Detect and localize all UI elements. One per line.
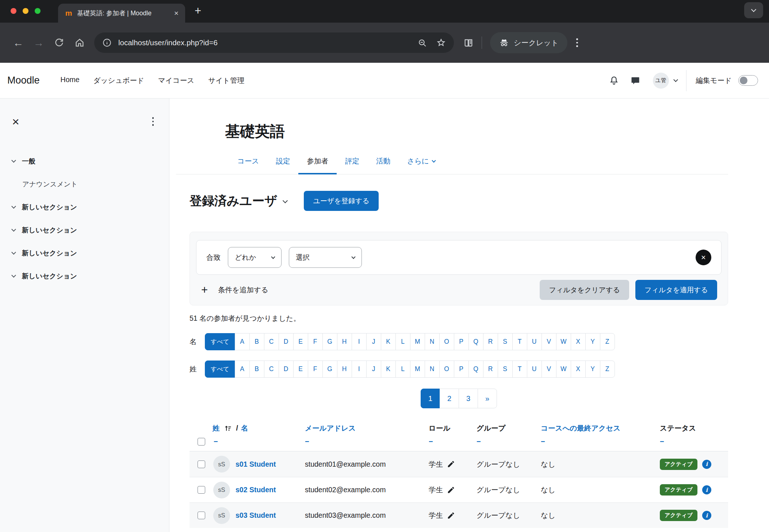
letter-button-O[interactable]: O [439,333,454,350]
letter-button-D[interactable]: D [279,333,294,350]
nav-item[interactable]: ダッシュボード [93,76,144,85]
letter-button-P[interactable]: P [454,333,469,350]
course-index-item[interactable]: アナウンスメント [12,173,155,196]
edit-mode-toggle[interactable] [738,75,758,86]
site-info-icon[interactable] [102,38,112,47]
letter-button-F[interactable]: F [308,333,323,350]
letter-button-Y[interactable]: Y [585,361,600,378]
letter-button-S[interactable]: S [498,333,513,350]
browser-tab[interactable]: m 基礎英語: 参加者 | Moodle × [58,4,185,23]
user-menu-chevron-icon[interactable] [673,77,678,82]
letter-button-H[interactable]: H [337,333,352,350]
letter-button-G[interactable]: G [322,333,337,350]
letter-all-button[interactable]: すべて [205,361,235,378]
collapse-roles-link[interactable]: − [429,437,433,446]
letter-button-Z[interactable]: Z [600,333,615,350]
apply-filters-button[interactable]: フィルタを適用する [635,280,717,300]
course-index-section[interactable]: 新しいセクション [12,242,155,265]
letter-button-X[interactable]: X [571,361,586,378]
letter-button-N[interactable]: N [425,361,440,378]
letter-button-E[interactable]: E [293,333,308,350]
letter-button-O[interactable]: O [439,361,454,378]
pagination-next-button[interactable]: » [478,389,497,408]
letter-button-Q[interactable]: Q [468,333,483,350]
address-bar[interactable]: localhost/user/index.php?id=6 [94,32,454,53]
letter-button-Q[interactable]: Q [468,361,483,378]
letter-button-N[interactable]: N [425,333,440,350]
letter-button-I[interactable]: I [352,333,367,350]
browser-menu-button[interactable] [576,38,578,47]
letter-button-Z[interactable]: Z [600,361,615,378]
letter-button-Y[interactable]: Y [585,333,600,350]
notifications-button[interactable] [609,75,619,86]
forward-button[interactable]: → [28,37,49,49]
reload-button[interactable] [49,38,69,48]
new-tab-button[interactable]: + [195,4,201,18]
letter-button-I[interactable]: I [352,361,367,378]
plus-icon[interactable]: + [201,284,208,297]
letter-button-E[interactable]: E [293,361,308,378]
row-checkbox[interactable] [198,512,205,519]
tab-search-button[interactable] [744,2,763,18]
letter-button-K[interactable]: K [381,361,396,378]
pagination-page-3[interactable]: 3 [459,389,478,408]
letter-button-P[interactable]: P [454,361,469,378]
pagination-page-1[interactable]: 1 [421,389,440,408]
tab-close-icon[interactable]: × [174,9,179,18]
collapse-last-access-link[interactable]: − [541,437,545,446]
letter-button-J[interactable]: J [366,333,381,350]
collapse-status-link[interactable]: − [660,437,664,446]
edit-role-pencil-icon[interactable] [447,486,455,494]
sort-email-link[interactable]: メールアドレス [305,424,356,432]
letter-button-R[interactable]: R [483,361,498,378]
collapse-groups-link[interactable]: − [477,437,481,446]
bookmark-star-icon[interactable] [436,38,446,47]
clear-filters-button[interactable]: フィルタをクリアする [540,280,629,300]
traffic-light-zoom[interactable] [35,8,41,14]
letter-button-T[interactable]: T [512,361,527,378]
filter-criteria-select[interactable]: 選択 [289,247,362,268]
letter-button-B[interactable]: B [249,333,264,350]
remove-filter-row-button[interactable]: × [696,250,711,265]
tab-コース[interactable]: コース [229,156,267,174]
select-all-checkbox[interactable] [198,438,205,446]
course-index-section[interactable]: 新しいセクション [12,219,155,242]
nav-item[interactable]: マイコース [158,76,194,85]
tab-活動[interactable]: 活動 [368,156,399,174]
tab-参加者[interactable]: 参加者 [298,156,337,174]
row-checkbox[interactable] [198,460,205,468]
enrolment-info-icon[interactable]: i [702,485,711,494]
letter-button-H[interactable]: H [337,361,352,378]
add-condition-link[interactable]: 条件を追加する [218,285,268,295]
course-index-section[interactable]: 新しいセクション [12,196,155,219]
url-text[interactable]: localhost/user/index.php?id=6 [118,38,408,47]
pagination-page-2[interactable]: 2 [440,389,459,408]
reading-list-icon[interactable] [463,38,474,48]
enrolment-info-icon[interactable]: i [702,511,711,520]
course-index-section[interactable]: 新しいセクション [12,265,155,288]
course-index-section[interactable]: 一般 [12,150,155,173]
nav-item[interactable]: サイト管理 [208,76,244,85]
enrol-users-button[interactable]: ユーザを登録する [304,191,378,211]
tab-さらに[interactable]: さらに [399,156,444,174]
sort-lastname-link[interactable]: 姓 [213,423,220,433]
letter-button-M[interactable]: M [410,361,425,378]
letter-button-C[interactable]: C [264,361,279,378]
letter-button-C[interactable]: C [264,333,279,350]
letter-button-W[interactable]: W [556,333,571,350]
messages-button[interactable] [630,76,640,86]
edit-role-pencil-icon[interactable] [447,460,455,468]
traffic-light-minimize[interactable] [23,8,28,14]
home-button[interactable] [69,38,90,48]
letter-button-A[interactable]: A [235,361,250,378]
zoom-level-icon[interactable] [418,38,427,47]
user-name-link[interactable]: s02 Student [236,486,276,494]
sort-firstname-link[interactable]: 名 [241,423,248,433]
letter-button-B[interactable]: B [249,361,264,378]
letter-button-V[interactable]: V [542,333,556,350]
sort-last-access-link[interactable]: コースへの最終アクセス [541,424,620,432]
site-logo[interactable]: Moodle [7,75,40,86]
letter-button-M[interactable]: M [410,333,425,350]
letter-button-X[interactable]: X [571,333,586,350]
letter-all-button[interactable]: すべて [205,333,235,350]
